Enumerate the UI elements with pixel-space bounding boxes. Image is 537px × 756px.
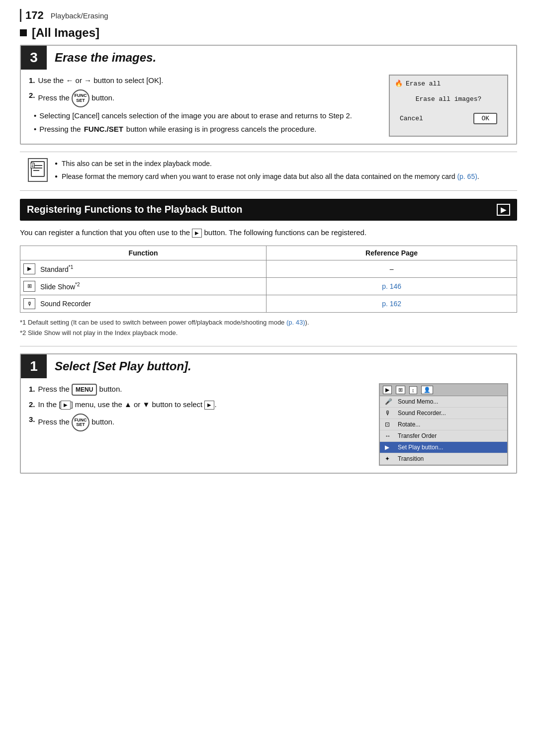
step3-block: 3 Erase the images. 1. Use the ← or → bu… [20,45,517,145]
sound-recorder-menu-label: Sound Recorder... [398,410,446,417]
note-svg-icon [30,161,45,179]
note-item-1-text: This also can be set in the index playba… [62,158,212,169]
play-icon-select: ▶ [204,401,214,410]
note-item-1: This also can be set in the index playba… [55,158,479,169]
step1-inst1-text: Press the MENU button. [38,383,122,396]
screen-ok-label: OK [473,113,497,124]
registering-section-heading: Registering Functions to the Playback Bu… [20,199,517,221]
erase-icon: 🔥 [395,80,403,87]
step3-inst2-num: 2. [29,89,35,107]
registering-heading-text: Registering Functions to the Playback Bu… [27,204,242,215]
note-icon [28,158,48,182]
footnote1-link[interactable]: (p. 43) [286,319,305,326]
menu-item-sound-memo: 🎤 Sound Memo... [380,396,507,408]
menu-item-rotate: ⊡ Rotate... [380,419,507,430]
soundrecorder-ref-cell: p. 162 [267,295,517,312]
sound-memo-icon: 🎤 [385,398,394,405]
footnote-2: *2 Slide Show will not play in the Index… [20,328,517,338]
soundrecorder-ref-link[interactable]: p. 162 [382,300,401,308]
standard-func-cell: Standard*1 [38,260,267,277]
page-header: 172 Playback/Erasing [20,9,517,22]
step3-body: 1. Use the ← or → button to select [OK].… [21,70,516,144]
step3-bullets: Selecting [Cancel] cancels selection of … [29,110,379,135]
slideshow-superscript: *2 [75,282,80,287]
slideshow-ref-link[interactable]: p. 146 [382,282,401,290]
footnote-1: *1 Default setting (It can be used to sw… [20,318,517,328]
note-item-2: Please format the memory card when you w… [55,171,479,182]
step3-inst1-num: 1. [29,75,35,86]
registering-body-text: You can register a function that you oft… [20,227,517,239]
page-number: 172 [25,9,44,22]
step3-number: 3 [21,46,47,70]
step1-inst3-num: 3. [29,414,35,431]
tab-play-icon: ▶ [383,386,392,394]
step1-inst1-num: 1. [29,383,35,396]
step1-body: 1. Press the MENU button. 2. In the [▶] … [21,378,516,473]
screen-menu-items: 🎤 Sound Memo... 🎙 Sound Recorder... ⊡ Ro… [380,396,507,465]
set-play-screen-mockup: ▶ ⊞ ↕ 👤 🎤 Sound Memo... 🎙 Sound Recorder… [379,383,508,466]
tab-sort-icon: ↕ [409,386,417,394]
section-divider [20,346,517,346]
arrow-left-icon: ← [66,76,73,84]
menu-item-set-play[interactable]: ▶ Set Play button... [380,442,507,453]
slideshow-icon: ⊞ [23,281,35,292]
standard-icon: ▶ [23,263,35,274]
step3-inst1-text: Use the ← or → button to select [OK]. [38,75,164,86]
step3-instruction-1: 1. Use the ← or → button to select [OK]. [29,75,379,86]
set-play-icon: ▶ [385,444,394,451]
sound-recorder-menu-icon: 🎙 [385,410,394,417]
all-images-heading: [All Images] [20,26,517,40]
svg-rect-4 [30,163,34,168]
step1-number: 1 [21,354,47,378]
screen-erase-question: Erase all images? [395,95,502,103]
note-link-p65[interactable]: (p. 65) [457,172,477,180]
table-row-slideshow: ⊞ Slide Show*2 p. 146 [20,277,517,295]
func-set-button2-icon: FUNCSET [72,414,90,431]
step3-bullet-1: Selecting [Cancel] cancels selection of … [34,110,379,122]
screen-buttons: Cancel OK [395,113,502,124]
set-play-label: Set Play button... [398,444,443,451]
table-row-standard: ▶ Standard*1 – [20,260,517,277]
step3-title: Erase the images. [47,46,164,70]
screen-cancel-label: Cancel [400,115,423,122]
step1-instruction-1: 1. Press the MENU button. [29,383,369,396]
soundrecorder-func-cell: Sound Recorder [38,295,267,312]
step1-instruction-2: 2. In the [▶] menu, use the ▲ or ▼ butto… [29,399,369,411]
all-images-title: [All Images] [32,26,99,40]
step1-inst2-num: 2. [29,399,35,411]
col-function-header: Function [20,246,267,260]
rotate-label: Rotate... [398,421,420,428]
step3-bullet-2: Pressing the FUNC./SET button while eras… [34,124,379,135]
col-reference-header: Reference Page [267,246,517,260]
play-icon-bracket: ▶ [61,401,71,410]
step1-inst2-text: In the [▶] menu, use the ▲ or ▼ button t… [38,399,217,411]
menu-item-transition: ✦ Transition [380,453,507,465]
tab-user-icon: 👤 [421,386,433,394]
square-bullet-icon [20,29,27,36]
erase-screen-mockup: 🔥 Erase all Erase all images? Cancel OK [389,75,508,137]
standard-superscript: *1 [69,264,73,270]
step3-header: 3 Erase the images. [21,46,516,70]
step1-block: 1 Select [Set Play button]. 1. Press the… [20,353,517,474]
func-set-button-icon: FUNCSET [72,89,90,107]
page-container: 172 Playback/Erasing [All Images] 3 Eras… [0,0,537,496]
screen-tabs: ▶ ⊞ ↕ 👤 [380,384,507,396]
arrow-right-icon: → [84,76,91,84]
rotate-icon: ⊡ [385,421,394,428]
transition-label: Transition [398,455,424,462]
standard-ref-cell: – [267,260,517,277]
menu-button-icon: MENU [72,384,97,396]
transition-icon: ✦ [385,455,394,462]
function-table: Function Reference Page ▶ Standard*1 – ⊞ [20,246,517,313]
step3-instructions: 1. Use the ← or → button to select [OK].… [29,75,379,137]
page-section-title: Playback/Erasing [51,11,108,20]
screen-title-text: Erase all [406,80,441,87]
slideshow-ref-cell: p. 146 [267,277,517,295]
func-set-bold: FUNC./SET [84,124,123,135]
menu-item-transfer: ↔ Transfer Order [380,430,507,442]
sound-memo-label: Sound Memo... [398,398,438,405]
play-icon-inline: ▶ [192,229,202,238]
tab-grid-icon: ⊞ [396,386,405,394]
step3-inst2-text: Press the FUNCSET button. [38,89,115,107]
soundrecorder-icon-cell: 🎙 [20,295,39,312]
